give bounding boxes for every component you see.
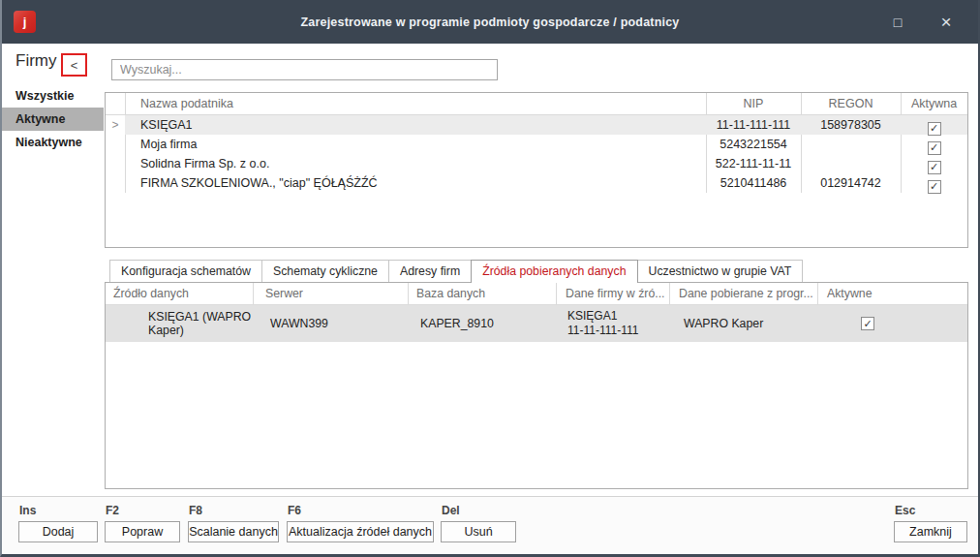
window-controls: □ × [873,0,970,44]
cell-company: KSIĘGA1 11-11-111-111 [556,305,669,342]
cell-server: WAWN399 [253,305,408,342]
cell-name: FIRMA SZKOLENIOWA., "ciap" ĘÓŁĄŚŻŹĆ [125,173,706,193]
detail-tabs: Konfiguracja schematów Schematy cykliczn… [109,260,803,283]
table-row[interactable]: FIRMA SZKOLENIOWA., "ciap" ĘÓŁĄŚŻŹĆ 5210… [125,173,967,193]
maximize-icon: □ [894,15,902,30]
active-checkbox[interactable]: ✓ [928,161,941,174]
shortcut-label: F2 [106,504,180,517]
table-row[interactable]: KSIĘGA1 11-11-111-111 158978305 ✓ [125,115,967,135]
shortcut-label: F8 [189,504,279,517]
shortcut-label: Esc [895,504,967,517]
app-window: j Zarejestrowane w programie podmioty go… [0,0,980,557]
cell-aktywne: ✓ [817,305,967,342]
active-checkbox[interactable]: ✓ [928,141,941,155]
table-row[interactable]: Moja firma 5243221554 ✓ [125,135,967,154]
cell-company-name: KSIĘGA1 [567,309,638,324]
cell-nip: 522-111-11-11 [706,154,801,173]
table-row[interactable]: KSIĘGA1 (WAPRO Kaper) WAWN399 KAPER_8910… [106,305,967,342]
cell-nip: 11-11-111-111 [706,115,801,135]
sidebar-title: Firmy [15,51,56,71]
scalanie-danych-button[interactable]: Scalanie danych [188,521,279,542]
column-header-zrodlo-danych[interactable]: Źródło danych [106,283,253,304]
zamknij-button[interactable]: Zamknij [894,521,967,542]
tab-schematy-cykliczne[interactable]: Schematy cykliczne [261,260,389,282]
maximize-button[interactable]: □ [873,0,922,44]
column-header-nip[interactable]: NIP [706,93,801,114]
column-header-aktywne[interactable]: Aktywne [817,283,967,304]
column-header-regon[interactable]: REGON [801,93,901,114]
active-checkbox[interactable]: ✓ [928,122,941,136]
footer-group-popraw: F2 Popraw [105,504,180,542]
shortcut-label: Ins [19,504,98,517]
tab-konfiguracja-schematow[interactable]: Konfiguracja schematów [109,260,262,282]
sidebar-item-nieaktywne[interactable]: Nieaktywne [0,131,104,154]
collapse-sidebar-button[interactable]: < [61,53,87,77]
table-row[interactable]: Solidna Firma Sp. z o.o. 522-111-11-11 ✓ [125,154,967,173]
cell-name: KSIĘGA1 [125,115,706,135]
footer-group-aktualizacja: F6 Aktualizacja źródeł danych [287,504,434,542]
search-input[interactable] [111,59,498,80]
close-button[interactable]: × [922,0,970,44]
cell-regon: 158978305 [801,115,901,135]
column-header-aktywna[interactable]: Aktywna [901,93,967,114]
chevron-left-icon: < [71,58,78,73]
cell-regon [801,154,901,173]
shortcut-label: Del [442,504,516,517]
cell-aktywna: ✓ [901,135,967,154]
cell-nip: 5243221554 [706,135,801,154]
cell-source: KSIĘGA1 (WAPRO Kaper) [106,305,253,342]
cell-nip: 5210411486 [706,173,801,193]
data-sources-table: Źródło danych Serwer Baza danych Dane fi… [105,282,968,489]
footer-group-zamknij: Esc Zamknij [894,504,967,542]
tab-adresy-firm[interactable]: Adresy firm [388,260,472,282]
sidebar-item-aktywne[interactable]: Aktywne [0,108,104,131]
footer-group-dodaj: Ins Dodaj [18,504,98,542]
active-checkbox[interactable]: ✓ [928,180,941,194]
close-icon: × [940,12,951,33]
cell-program: WAPRO Kaper [669,305,817,342]
selected-row-indicator: > [106,115,125,135]
sidebar-item-wszystkie[interactable]: Wszystkie [0,84,104,108]
footer-toolbar: Ins Dodaj F2 Popraw F8 Scalanie danych F… [0,496,980,557]
column-header-serwer[interactable]: Serwer [253,283,408,304]
titlebar: j Zarejestrowane w programie podmioty go… [0,0,980,44]
active-checkbox[interactable]: ✓ [861,317,874,330]
window-title: Zarejestrowane w programie podmioty gosp… [0,0,980,44]
dodaj-button[interactable]: Dodaj [18,521,98,542]
shortcut-label: F6 [288,504,434,517]
cell-aktywna: ✓ [901,154,967,173]
column-header-dane-firmy[interactable]: Dane firmy w źró... [556,283,669,304]
tab-zrodla-pobieranych-danych[interactable]: Źródła pobieranych danych [471,260,637,283]
cell-aktywna: ✓ [901,115,967,135]
companies-table: Nazwa podatnika NIP REGON Aktywna > KSIĘ… [105,92,968,248]
column-header-nazwa-podatnika[interactable]: Nazwa podatnika [125,93,706,114]
footer-group-scalanie: F8 Scalanie danych [188,504,279,542]
popraw-button[interactable]: Popraw [105,521,180,542]
usun-button[interactable]: Usuń [441,521,516,542]
column-header-baza-danych[interactable]: Baza danych [408,283,556,304]
cell-name: Moja firma [125,135,706,154]
cell-name: Solidna Firma Sp. z o.o. [125,154,706,173]
cell-regon: 012914742 [801,173,901,193]
column-header-dane-pobierane[interactable]: Dane pobierane z progr... [669,283,817,304]
aktualizacja-zrodel-button[interactable]: Aktualizacja źródeł danych [287,521,434,542]
cell-database: KAPER_8910 [408,305,556,342]
cell-aktywna: ✓ [901,173,967,193]
footer-group-usun: Del Usuń [441,504,516,542]
cell-company-nip: 11-11-111-111 [567,324,638,338]
tab-uczestnictwo-w-grupie-vat[interactable]: Uczestnictwo w grupie VAT [637,260,804,282]
cell-regon [801,135,901,154]
